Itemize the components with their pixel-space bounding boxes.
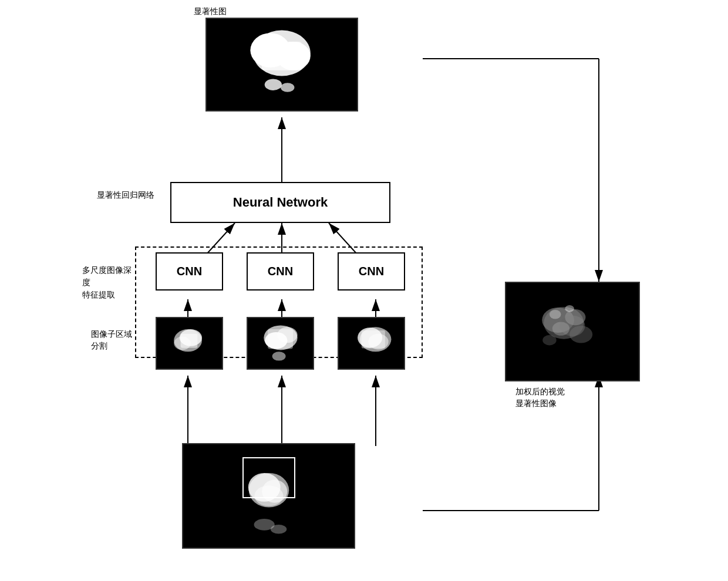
- subregion-label: 图像子区域 分割: [91, 329, 150, 352]
- saliency-map-image: [205, 18, 358, 112]
- saliency-map-label: 显著性图: [194, 6, 227, 18]
- svg-point-48: [550, 310, 561, 319]
- svg-point-49: [565, 305, 574, 312]
- weighted-saliency-image: [505, 282, 640, 381]
- svg-point-46: [569, 326, 592, 343]
- sub-image-1: [156, 317, 223, 370]
- svg-point-21: [281, 83, 294, 92]
- sub-image-3: [338, 317, 405, 370]
- cnn3-box: CNN: [338, 252, 405, 290]
- svg-rect-29: [268, 329, 293, 349]
- multiscale-label: 多尺度图像深度 特征提取: [82, 264, 135, 301]
- svg-rect-34: [362, 330, 385, 349]
- svg-point-45: [552, 322, 569, 335]
- svg-point-30: [272, 352, 286, 360]
- weighted-label: 加权后的视觉 显著性图像: [515, 386, 565, 409]
- svg-point-40: [271, 525, 287, 534]
- main-input-image: [182, 443, 355, 549]
- svg-point-47: [542, 335, 556, 346]
- svg-rect-25: [181, 334, 198, 348]
- svg-point-20: [265, 79, 282, 90]
- neural-network-box: Neural Network: [170, 182, 390, 223]
- svg-point-38: [255, 485, 284, 506]
- cnn1-box: CNN: [156, 252, 223, 290]
- sub-image-2: [247, 317, 314, 370]
- saliency-regression-label: 显著性回归网络: [97, 190, 154, 201]
- diagram-container: 显著性图 Neural Network 显著性回归网络 多尺度图像深度 特征提取…: [0, 0, 728, 581]
- svg-rect-19: [262, 42, 302, 70]
- cnn2-box: CNN: [247, 252, 314, 290]
